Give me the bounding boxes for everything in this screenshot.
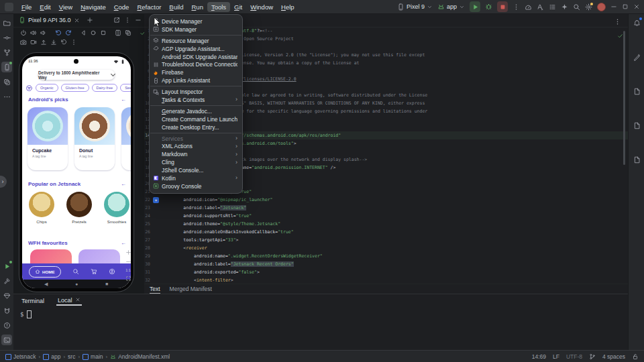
menu-item-troubleshoot-device-connections[interactable]: Troubleshoot Device Connections <box>150 60 242 68</box>
manifest-tab-text[interactable]: Text <box>150 284 160 294</box>
menu-item-app-links-assistant[interactable]: App Links Assistant <box>150 76 242 84</box>
zoom-in-icon[interactable] <box>125 249 131 255</box>
stripe-commit[interactable] <box>1 32 12 43</box>
emulator-sq-icon[interactable] <box>100 29 107 36</box>
emulator-fold-icon[interactable] <box>115 29 121 36</box>
profiler-icon[interactable] <box>525 3 532 11</box>
breadcrumb-main[interactable]: main <box>83 353 103 360</box>
code-line[interactable]: android:supportsRtl="true" <box>162 212 252 220</box>
hide-panel-icon[interactable] <box>135 17 142 23</box>
code-line[interactable]: tools:targetApi="33"> <box>162 236 239 244</box>
emulator-undo-icon[interactable] <box>60 39 67 46</box>
file-encoding[interactable]: UTF-8 <box>566 353 582 360</box>
emulator-voldown-icon[interactable] <box>40 29 47 36</box>
close-icon[interactable] <box>75 297 80 304</box>
code-line[interactable]: android:exported="false"> <box>162 268 260 276</box>
snack-card-donut[interactable]: DonutA tag line <box>74 107 115 170</box>
stripe-more-tool-windows[interactable] <box>1 91 12 102</box>
section-back-arrow[interactable]: ← <box>121 181 126 187</box>
stripe-problems[interactable] <box>1 320 12 330</box>
menu-item-cling[interactable]: Cling› <box>150 158 242 166</box>
stripe-terminal[interactable] <box>1 335 12 345</box>
chip-organic[interactable]: Organic <box>36 84 58 92</box>
ai-assistant-icon[interactable] <box>561 3 568 11</box>
open-in-window-icon[interactable] <box>113 17 120 23</box>
menu-item-kotlin[interactable]: Kotlin› <box>150 174 242 182</box>
stripe-project[interactable] <box>1 17 12 28</box>
menu-item-jshell-console[interactable]: JShell Console... <box>150 166 242 174</box>
menu-tools[interactable]: Tools <box>207 2 230 12</box>
system-nav-back[interactable]: ◀ <box>44 282 48 287</box>
stripe-app-quality-insights[interactable] <box>1 290 12 301</box>
stripe-run[interactable] <box>1 261 12 272</box>
snack-circle-smoothies[interactable]: Smoothies <box>104 192 129 224</box>
menu-item-agp-upgrade-assistant[interactable]: AGP Upgrade Assistant... <box>150 45 242 53</box>
editor-scrollbar[interactable] <box>623 31 625 165</box>
close-tab-icon[interactable] <box>74 17 80 23</box>
menu-item-sdk-manager[interactable]: SDK Manager <box>150 25 242 34</box>
todo-icon[interactable] <box>549 3 556 11</box>
ai-gutter-badge[interactable]: ✦ <box>153 197 159 203</box>
code-line[interactable]: android:label="Jetsnack Recent Orders" <box>162 260 294 268</box>
menu-git[interactable]: Git <box>230 2 246 12</box>
emulator-upload-icon[interactable] <box>40 39 47 46</box>
breadcrumb-app[interactable]: app <box>43 353 60 360</box>
more-run-actions-icon[interactable] <box>513 3 520 11</box>
menu-view[interactable]: View <box>55 2 76 12</box>
filters-icon[interactable] <box>25 84 33 92</box>
menu-window[interactable]: Window <box>246 2 277 12</box>
stripe-assistant[interactable] <box>631 154 642 165</box>
nav-cart-icon[interactable] <box>91 268 97 275</box>
stop-button[interactable] <box>497 1 508 12</box>
stripe-gemini[interactable] <box>631 52 642 62</box>
menu-item-xml-actions[interactable]: XML Actions› <box>150 142 242 150</box>
menu-file[interactable]: File <box>17 2 36 12</box>
settings[interactable] <box>585 3 592 11</box>
emulator-rotr-icon[interactable] <box>65 29 72 36</box>
emulator-rotl-icon[interactable] <box>55 29 62 36</box>
zoom-fit-icon[interactable] <box>125 276 131 282</box>
menu-item-create-desktop-entry[interactable]: Create Desktop Entry... <box>150 123 242 131</box>
breadcrumb-jetsnack[interactable]: Jetsnack <box>5 353 36 360</box>
code-line[interactable]: android:label="Jetsnack" <box>162 204 246 212</box>
find-actions-icon[interactable] <box>537 3 544 11</box>
stripe-logcat[interactable] <box>1 305 12 316</box>
menu-run[interactable]: Run <box>187 2 207 12</box>
stripe-build[interactable] <box>1 276 12 286</box>
emulator-circ-icon[interactable] <box>90 29 97 36</box>
git-branch-icon[interactable] <box>589 353 596 360</box>
code-line[interactable]: android:enableOnBackInvokedCallback="tru… <box>162 228 294 236</box>
menu-help[interactable]: Help <box>277 2 299 12</box>
system-nav-home[interactable]: ● <box>75 282 78 286</box>
account-avatar[interactable] <box>597 3 606 11</box>
stripe-running-devices[interactable] <box>1 62 12 72</box>
debug-icon[interactable] <box>485 3 492 11</box>
chip-sweet[interactable]: Sweet <box>120 84 131 92</box>
stripe-device-explorer[interactable] <box>631 86 642 97</box>
terminal-prompt[interactable]: $ <box>20 310 32 318</box>
stripe-device-file-explorer[interactable] <box>631 120 642 131</box>
caret-position[interactable]: 14:69 <box>532 353 546 360</box>
maximize-icon[interactable] <box>622 3 629 10</box>
stripe-notifications[interactable] <box>631 17 642 28</box>
panel-options-icon[interactable] <box>124 17 131 23</box>
close-icon[interactable] <box>633 3 640 10</box>
line-ending[interactable]: LF <box>553 353 559 360</box>
code-line[interactable]: <receiver <box>162 244 207 252</box>
menu-item-layout-inspector[interactable]: Layout Inspector <box>150 88 242 96</box>
search-everywhere-icon[interactable] <box>573 3 580 11</box>
emulator-power-icon[interactable] <box>20 29 27 36</box>
menu-item-resource-manager[interactable]: Resource Manager <box>150 37 242 45</box>
snack-card-cupcake[interactable]: CupcakeA tag line <box>28 107 68 170</box>
run-configuration-selector[interactable]: app <box>437 3 465 11</box>
stripe-device-mirroring[interactable] <box>1 76 12 87</box>
menu-item-generate-javadoc[interactable]: Generate Javadoc... <box>150 107 242 115</box>
menu-item-create-command-line-launcher[interactable]: Create Command Line Launcher... <box>150 115 242 123</box>
menu-item-device-manager[interactable]: Device Manager <box>150 17 242 25</box>
breadcrumb-androidmanifest-xml[interactable]: AndroidManifest.xml <box>110 353 170 360</box>
nav-home-button[interactable]: HOME <box>29 266 61 278</box>
chip-dairy-free[interactable]: Dairy-free <box>92 84 118 92</box>
snack-circle-pretzels[interactable]: Pretzels <box>66 192 92 224</box>
breadcrumb-src[interactable]: src <box>68 353 75 360</box>
emulator-screen[interactable]: 11:36Delivery to 1600 Amphitheater WayOr… <box>22 56 131 288</box>
